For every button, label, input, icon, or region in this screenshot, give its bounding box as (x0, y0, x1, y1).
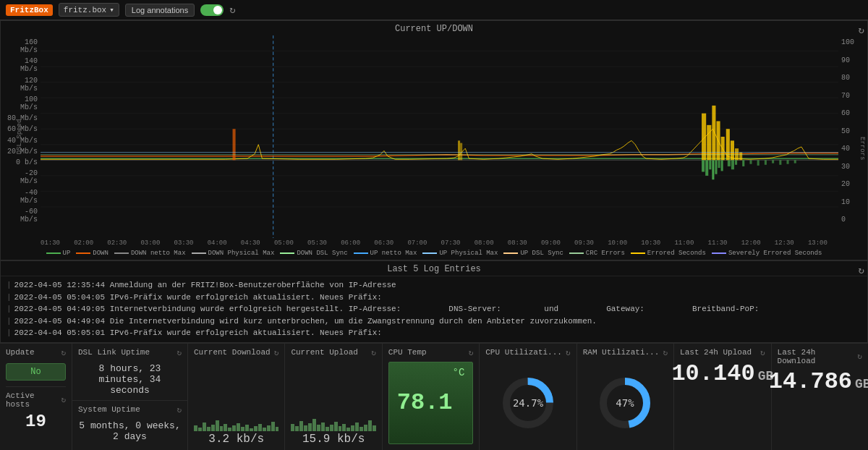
system-uptime-header: System Uptime ↻ (78, 405, 182, 415)
active-hosts-refresh-icon[interactable]: ↻ (61, 395, 66, 404)
cpu-temp-display: 78.1 °C (388, 362, 473, 445)
topbar: FritzBox fritz.box ▾ Log annotations ↻ (0, 0, 868, 20)
svg-rect-35 (765, 160, 767, 164)
current-download-chart: 3.2 kb/s (194, 360, 278, 446)
legend-down: DOWN (76, 250, 109, 257)
dsl-uptime-widget: DSL Link Uptime ↻ 8 hours, 23 minutes, 3… (72, 344, 187, 401)
legend-errored-seconds: Errored Seconds (631, 250, 706, 257)
chart-refresh-icon[interactable]: ↻ (859, 24, 864, 36)
last-24h-download-value: 14.786 (769, 368, 852, 395)
legend-down-netto-max: DOWN netto Max (114, 250, 186, 257)
log-entry-2: | 2022-04-05 05:04:05 IPv6-Präfix wurde … (7, 292, 861, 304)
svg-rect-22 (702, 160, 705, 171)
cpu-util-title: CPU Utilizati... (485, 348, 562, 357)
update-title: Update (6, 348, 35, 357)
system-uptime-title: System Uptime (78, 405, 140, 414)
system-uptime-value: 5 months, 0 weeks, 2 days (78, 420, 182, 442)
cpu-temp-widget: CPU Temp ↻ 78.1 °C (383, 344, 480, 451)
ram-util-text: 47% (616, 397, 635, 409)
y-axis-left-label: DSL Speed (16, 119, 23, 155)
dsl-uptime-refresh-icon[interactable]: ↻ (176, 348, 182, 357)
log-entry-3: | 2022-04-05 04:49:05 Internetverbindung… (7, 303, 861, 315)
current-download-header: Current Download ↻ (194, 348, 278, 357)
system-uptime-refresh-icon[interactable]: ↻ (176, 405, 182, 415)
cpu-temp-header: CPU Temp ↻ (388, 348, 473, 357)
last-24h-download-header: Last 24h Download ↻ (778, 348, 862, 365)
chart-title: Current UP/DOWN (1, 21, 867, 35)
y-axis-right-label: Errors (859, 137, 866, 160)
svg-rect-36 (772, 160, 774, 163)
active-hosts-value: 19 (6, 412, 66, 431)
svg-rect-21 (739, 153, 742, 161)
svg-rect-28 (721, 160, 723, 171)
main-content: Current UP/DOWN ↻ DSL Speed 160 Mb/s 140… (0, 20, 868, 450)
cpu-util-refresh-icon[interactable]: ↻ (566, 348, 571, 357)
svg-rect-32 (742, 160, 744, 166)
legend-up-netto-max: UP netto Max (354, 250, 417, 257)
updown-chart-section: Current UP/DOWN ↻ DSL Speed 160 Mb/s 140… (0, 20, 868, 260)
cpu-util-text: 24.7% (513, 397, 544, 409)
legend-up-dsl-sync: UP DSL Sync (503, 250, 563, 257)
dsl-uptime-title: DSL Link Uptime (78, 348, 150, 357)
svg-rect-27 (718, 160, 720, 168)
ram-util-widget: RAM Utilizati... ↻ 47% (577, 344, 674, 451)
svg-rect-18 (726, 129, 730, 160)
topbar-refresh-icon[interactable]: ↻ (229, 4, 235, 16)
svg-rect-40 (233, 129, 236, 160)
svg-rect-33 (749, 160, 752, 164)
cpu-util-header: CPU Utilizati... ↻ (485, 348, 570, 357)
current-upload-title: Current Upload (291, 348, 357, 357)
current-upload-refresh-icon[interactable]: ↻ (371, 348, 376, 357)
cpu-temp-value: 78.1 (397, 389, 453, 416)
bottom-widgets: Update ↻ No Active hosts ↻ 19 DSL Link U… (0, 343, 868, 451)
svg-rect-19 (731, 140, 734, 160)
svg-rect-34 (757, 160, 760, 166)
ram-util-refresh-icon[interactable]: ↻ (663, 348, 668, 357)
svg-rect-13 (702, 114, 706, 161)
last-24h-download-refresh-icon[interactable]: ↻ (857, 352, 862, 361)
update-refresh-icon[interactable]: ↻ (61, 348, 66, 357)
device-selector[interactable]: fritz.box ▾ (59, 3, 119, 17)
legend-down-physical-max: DOWN Physical Max (192, 250, 275, 257)
cpu-util-gauge: 24.7% (485, 360, 570, 446)
current-upload-widget: Current Upload ↻ (285, 344, 382, 451)
svg-rect-24 (709, 160, 711, 169)
log-annotations-button[interactable]: Log annotations (125, 4, 195, 17)
x-axis-labels: 01:30 02:00 02:30 03:00 03:30 04:00 04:3… (1, 238, 867, 247)
log-section: Last 5 Log Entries ↻ | 2022-04-05 12:35:… (0, 260, 868, 343)
legend-severely-errored-seconds: Severely Errored Seconds (712, 250, 822, 257)
legend-up: UP (46, 250, 71, 257)
svg-rect-42 (460, 143, 462, 161)
active-hosts-header: Active hosts ↻ (6, 391, 66, 409)
svg-rect-37 (779, 160, 781, 164)
cpu-util-widget: CPU Utilizati... ↻ 24.7% (480, 344, 576, 451)
svg-rect-26 (715, 160, 717, 174)
system-uptime-widget: System Uptime ↻ 5 months, 0 weeks, 2 day… (72, 401, 187, 451)
legend-up-physical-max: UP Physical Max (422, 250, 498, 257)
ram-util-header: RAM Utilizati... ↻ (583, 348, 668, 357)
current-download-widget: Current Download ↻ (188, 344, 285, 451)
last-24h-upload-refresh-icon[interactable]: ↻ (760, 348, 765, 357)
cpu-temp-refresh-icon[interactable]: ↻ (469, 348, 474, 357)
ram-util-gauge: 47% (583, 360, 668, 446)
current-upload-value: 15.9 kb/s (291, 433, 375, 446)
last-24h-upload-widget: Last 24h Upload ↻ 10.140 GB (674, 344, 771, 451)
log-entry-1: | 2022-04-05 12:35:44 Anmeldung an der F… (7, 279, 861, 292)
current-download-value: 3.2 kb/s (194, 433, 278, 446)
fritzbox-badge[interactable]: FritzBox (6, 4, 53, 16)
svg-rect-38 (787, 160, 789, 164)
chevron-down-icon: ▾ (109, 5, 114, 14)
svg-rect-39 (794, 160, 796, 163)
current-download-refresh-icon[interactable]: ↻ (274, 348, 279, 357)
last-24h-upload-value: 10.140 (671, 360, 754, 387)
dsl-uptime-value: 8 hours, 23 minutes, 34 seconds (78, 363, 182, 396)
last-24h-download-widget: Last 24h Download ↻ 14.786 GB (772, 344, 868, 451)
legend-crc-errors: CRC Errors (569, 250, 625, 257)
update-header: Update ↻ (6, 348, 66, 357)
current-download-title: Current Download (194, 348, 271, 357)
last-24h-download-title: Last 24h Download (778, 348, 858, 365)
log-refresh-icon[interactable]: ↻ (859, 264, 864, 276)
log-annotations-toggle[interactable] (200, 4, 224, 16)
svg-rect-29 (728, 160, 731, 166)
no-update-badge[interactable]: No (6, 363, 66, 381)
